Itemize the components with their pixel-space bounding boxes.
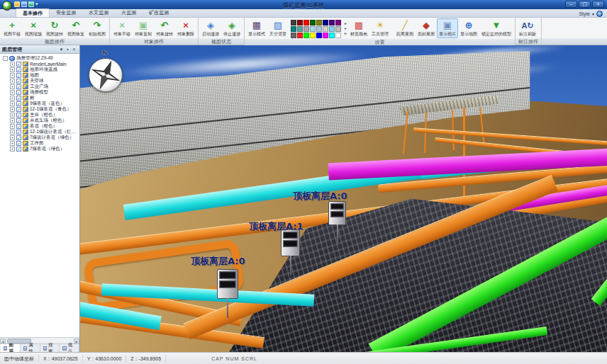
roof-separation-sensor-device[interactable] bbox=[217, 269, 238, 299]
checkbox-checked-icon[interactable]: ✓ bbox=[16, 96, 21, 101]
ribbon-button[interactable]: ↻ 视图旋转 bbox=[44, 18, 65, 38]
expand-icon[interactable]: + bbox=[10, 118, 15, 123]
checkbox-checked-icon[interactable]: ✓ bbox=[16, 79, 21, 84]
ribbon-button[interactable]: + 视图平移 bbox=[1, 18, 23, 38]
chevron-down-icon[interactable]: ▾ bbox=[58, 46, 65, 53]
ribbon-button[interactable]: ↷ 初始视图 bbox=[87, 18, 108, 38]
panel-tab[interactable]: 视点 bbox=[60, 344, 79, 352]
expand-icon[interactable]: + bbox=[10, 79, 15, 84]
palette-color-swatch[interactable] bbox=[310, 33, 316, 38]
palette-color-swatch[interactable] bbox=[323, 26, 328, 32]
3d-viewport[interactable]: 顶板离层A:0顶板离层A:1顶板离层A:0 N bbox=[80, 45, 607, 352]
tree-root[interactable]: - 场景管理12.29-49 bbox=[1, 55, 79, 61]
palette-color-swatch[interactable] bbox=[291, 20, 296, 25]
ribbon-button[interactable]: ↶ 视图恢复 bbox=[65, 18, 87, 38]
expand-icon[interactable]: + bbox=[10, 73, 15, 78]
expand-icon[interactable]: + bbox=[10, 101, 15, 106]
ribbon-button[interactable]: ⊕ 显示地图 bbox=[458, 18, 479, 38]
close-button[interactable]: × bbox=[592, 1, 604, 8]
palette-color-swatch[interactable] bbox=[304, 33, 309, 38]
ribbon-button[interactable]: ◆ 面积量测 bbox=[416, 18, 437, 38]
maximize-button[interactable]: ▢ bbox=[579, 1, 591, 8]
collapse-icon[interactable]: - bbox=[3, 56, 8, 61]
panel-tab[interactable]: 图层 bbox=[1, 344, 21, 352]
pin-icon[interactable]: ▪ bbox=[65, 46, 71, 53]
palette-color-swatch[interactable] bbox=[323, 33, 328, 38]
scroll-left-icon[interactable]: ◂ bbox=[0, 339, 6, 343]
ribbon-button[interactable]: ▣ 对象复制 bbox=[133, 18, 154, 38]
palette-color-swatch[interactable] bbox=[329, 20, 335, 25]
roof-separation-sensor-device[interactable] bbox=[281, 229, 300, 256]
expand-icon[interactable]: + bbox=[10, 147, 15, 152]
palette-color-swatch[interactable] bbox=[291, 33, 296, 38]
palette-color-swatch[interactable] bbox=[316, 20, 322, 25]
palette-color-swatch[interactable] bbox=[297, 20, 303, 25]
expand-icon[interactable]: + bbox=[10, 113, 15, 118]
checkbox-checked-icon[interactable]: ✓ bbox=[16, 147, 21, 152]
palette-color-swatch[interactable] bbox=[297, 33, 303, 38]
ribbon-button[interactable]: ▩ 材质颜色 bbox=[348, 18, 369, 38]
ribbon-button[interactable]: ╱ 距离量测 bbox=[394, 18, 416, 38]
palette-color-swatch[interactable] bbox=[291, 26, 296, 32]
expand-icon[interactable]: + bbox=[10, 67, 15, 72]
ribbon-button[interactable]: A↻ 标注刷新 bbox=[517, 18, 538, 38]
palette-color-swatch[interactable] bbox=[323, 20, 328, 25]
ribbon-tab[interactable]: 基本操作 bbox=[16, 8, 50, 17]
ribbon-button[interactable]: ▼ 锁定监控的模型 bbox=[479, 18, 513, 38]
expand-icon[interactable]: + bbox=[10, 124, 15, 129]
palette-color-swatch[interactable] bbox=[335, 20, 341, 25]
expand-icon[interactable]: + bbox=[10, 62, 15, 67]
panel-tab[interactable]: 搜索 bbox=[40, 344, 60, 352]
ribbon-button[interactable]: ▣ 显示相片 bbox=[437, 18, 458, 38]
app-logo-orb-icon[interactable] bbox=[2, 1, 12, 11]
ribbon-tab[interactable]: 矿压监测 bbox=[143, 8, 175, 17]
palette-more-icon[interactable]: ▸▸▸ bbox=[343, 21, 348, 36]
expand-icon[interactable]: + bbox=[10, 141, 15, 146]
checkbox-checked-icon[interactable]: ✓ bbox=[16, 141, 21, 146]
horizontal-scrollbar[interactable]: ◂ ▸ bbox=[0, 337, 79, 343]
ribbon-button[interactable]: ▨ 天空背景 bbox=[267, 18, 289, 38]
ribbon-button[interactable]: ◈ 启动漫游 bbox=[200, 18, 221, 38]
checkbox-checked-icon[interactable]: ✓ bbox=[16, 62, 21, 67]
palette-color-swatch[interactable] bbox=[335, 26, 341, 32]
panel-tab[interactable]: 属性 bbox=[21, 344, 40, 352]
palette-color-swatch[interactable] bbox=[304, 20, 309, 25]
expand-icon[interactable]: + bbox=[10, 96, 15, 101]
expand-icon[interactable]: + bbox=[10, 84, 15, 89]
ribbon-button[interactable]: × 对象删除 bbox=[175, 18, 196, 38]
palette-color-swatch[interactable] bbox=[335, 33, 341, 38]
checkbox-checked-icon[interactable]: ✓ bbox=[16, 135, 21, 140]
style-selector[interactable]: Style ▾ ? bbox=[579, 11, 607, 17]
checkbox-checked-icon[interactable]: ✓ bbox=[16, 84, 21, 89]
ribbon-button[interactable]: × 对象平移 bbox=[111, 18, 133, 38]
expand-icon[interactable]: + bbox=[10, 90, 15, 95]
palette-color-swatch[interactable] bbox=[304, 26, 309, 32]
ribbon-button[interactable]: ▦ 显示模式 bbox=[246, 18, 267, 38]
checkbox-checked-icon[interactable]: ✓ bbox=[16, 90, 21, 95]
expand-icon[interactable]: + bbox=[10, 107, 15, 112]
palette-color-swatch[interactable] bbox=[316, 26, 322, 32]
tree-item[interactable]: + ✓ 7煤巷道（绿色） bbox=[1, 146, 79, 152]
palette-color-swatch[interactable] bbox=[297, 26, 303, 32]
expand-icon[interactable]: + bbox=[10, 135, 15, 140]
ribbon-tab[interactable]: 火监测 bbox=[115, 8, 143, 17]
palette-color-swatch[interactable] bbox=[329, 26, 335, 32]
palette-color-swatch[interactable] bbox=[310, 20, 316, 25]
roof-separation-sensor-device[interactable] bbox=[328, 201, 346, 225]
tree-item[interactable]: + ✓ 地形环境遥感 bbox=[1, 67, 79, 72]
ribbon-tab[interactable]: 安全监测 bbox=[50, 8, 82, 17]
ribbon-button[interactable]: ↶ 对象旋转 bbox=[154, 18, 175, 38]
palette-color-swatch[interactable] bbox=[316, 33, 322, 38]
close-icon[interactable]: × bbox=[71, 46, 77, 53]
checkbox-checked-icon[interactable]: ✓ bbox=[16, 107, 21, 112]
tree-item[interactable]: + ✓ 场景模型 bbox=[1, 89, 79, 95]
expand-icon[interactable]: + bbox=[10, 130, 15, 135]
palette-color-swatch[interactable] bbox=[329, 33, 335, 38]
checkbox-checked-icon[interactable]: ✓ bbox=[16, 67, 21, 72]
checkbox-checked-icon[interactable]: ✓ bbox=[16, 130, 21, 135]
ribbon-button[interactable]: × 视图缩放 bbox=[23, 18, 44, 38]
minimize-button[interactable]: – bbox=[565, 1, 577, 8]
palette-color-swatch[interactable] bbox=[310, 26, 316, 32]
checkbox-checked-icon[interactable]: ✓ bbox=[16, 118, 21, 123]
ribbon-tab[interactable]: 水文监测 bbox=[82, 8, 115, 17]
